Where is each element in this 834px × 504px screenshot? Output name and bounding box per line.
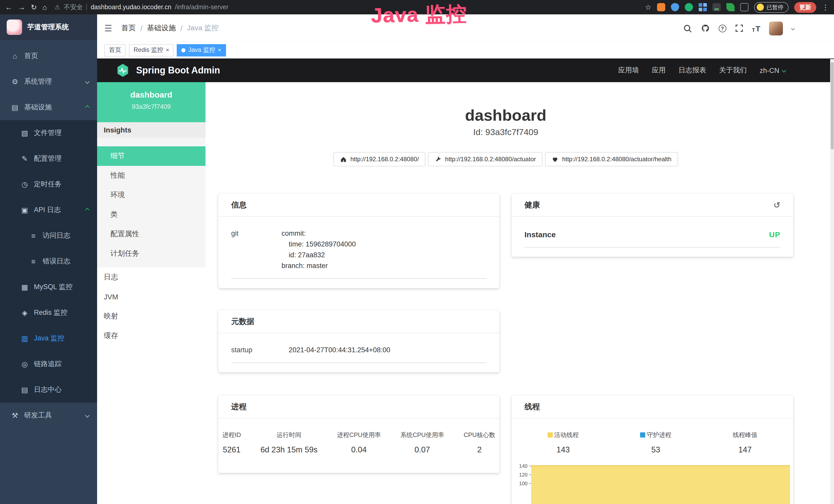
sidebar-item-log-center[interactable]: ▤ 日志中心	[0, 377, 97, 403]
sba-main: dashboard Id: 93a3fc7f7409 http://192.16…	[205, 82, 834, 504]
scrollbar-thumb[interactable]	[831, 62, 834, 150]
instance-links: http://192.168.0.2:48080/ http://192.168…	[218, 152, 793, 166]
address-bar[interactable]: ⚠ 不安全 dashboard.yudao.iocoder.cn/infra/a…	[54, 3, 637, 12]
sba-item-classes[interactable]: 类	[97, 205, 205, 224]
browser-menu-icon[interactable]: ⋮	[822, 3, 829, 11]
y-tick-label: 100	[519, 481, 528, 486]
github-icon[interactable]	[700, 24, 710, 33]
browser-home-icon[interactable]: ⌂	[42, 4, 47, 11]
sidebar-item-redis-monitor[interactable]: ◈ Redis 监控	[0, 300, 97, 325]
sidebar-item-java-monitor[interactable]: ▥ Java 监控	[0, 325, 97, 351]
extension-green-circle-icon[interactable]	[685, 3, 693, 11]
chevron-down-icon	[85, 413, 90, 418]
close-icon[interactable]: ×	[218, 47, 221, 53]
tab-label: Java 监控	[188, 46, 215, 54]
sba-sidebar: dashboard 93a3fc7f7409 Insights 细节 性能 环境…	[97, 82, 205, 504]
sba-item-environment[interactable]: 环境	[97, 185, 205, 205]
browser-forward-icon[interactable]: →	[18, 4, 25, 11]
sidebar-item-dev-tools[interactable]: ⚒ 研发工具	[0, 403, 97, 428]
font-size-icon[interactable]: T T	[752, 24, 760, 32]
extension-drop-icon[interactable]	[671, 3, 679, 11]
browser-profile-chip[interactable]: 已暂停	[754, 2, 789, 13]
sba-item-mappings[interactable]: 映射	[97, 306, 205, 326]
extension-leaf-icon[interactable]	[726, 3, 734, 11]
sba-item-performance[interactable]: 性能	[97, 166, 205, 185]
extension-orange-icon[interactable]	[657, 3, 665, 11]
user-avatar[interactable]	[769, 21, 783, 35]
legend-value: 147	[733, 445, 758, 455]
instance-label: Instance	[525, 230, 556, 239]
locale-selector[interactable]: zh-CN	[760, 67, 786, 74]
nav-journal[interactable]: 日志报表	[678, 66, 706, 75]
sba-instance-header[interactable]: dashboard 93a3fc7f7409	[97, 82, 205, 122]
bookmark-star-icon[interactable]: ☆	[645, 3, 651, 11]
sidebar-item-scheduled-jobs[interactable]: ◷ 定时任务	[0, 171, 97, 197]
extension-grid-icon[interactable]	[699, 3, 707, 11]
extensions-puzzle-icon[interactable]	[740, 3, 748, 11]
cards-row-2: 元数据 startup 2021-04-27T00:44:31.254+08:0…	[218, 310, 793, 372]
sidebar-item-access-log[interactable]: ≡ 访问日志	[0, 223, 97, 249]
sidebar-item-mysql-monitor[interactable]: ▦ MySQL 监控	[0, 274, 97, 300]
document-icon: ≡	[29, 232, 38, 240]
sba-item-details[interactable]: 细节	[97, 146, 205, 166]
sidebar-item-label: 基础设施	[24, 103, 81, 112]
card-title: 信息	[231, 200, 247, 210]
sidebar-item-label: 系统管理	[24, 77, 81, 86]
legend-label: 线程峰值	[733, 431, 758, 439]
app-logo[interactable]: 芋道管理系统	[0, 15, 97, 40]
sidebar-item-tracing[interactable]: ◎ 链路追踪	[0, 351, 97, 377]
sidebar-item-system[interactable]: ⚙ 系统管理	[0, 69, 97, 94]
sba-brand-title[interactable]: Spring Boot Admin	[136, 65, 220, 76]
health-url-link[interactable]: http://192.168.0.2:48080/actuator/health	[545, 152, 678, 166]
browser-back-icon[interactable]: ←	[5, 4, 12, 11]
tab-home[interactable]: 首页	[104, 44, 126, 56]
sidebar-item-config-manage[interactable]: ✎ 配置管理	[0, 146, 97, 171]
fullscreen-icon[interactable]	[735, 24, 743, 32]
sidebar-item-file-manage[interactable]: ▧ 文件管理	[0, 120, 97, 146]
breadcrumb-home[interactable]: 首页	[122, 24, 136, 33]
sba-item-caches[interactable]: 缓存	[97, 326, 205, 346]
sidebar-item-infra[interactable]: ▤ 基础设施	[0, 94, 97, 120]
sba-item-configprops[interactable]: 配置属性	[97, 224, 205, 244]
git-info-row: git commit: time: 1596289704000 id: 27aa…	[231, 222, 486, 279]
sidebar-item-home[interactable]: ⌂ 首页	[0, 43, 97, 69]
sidebar-item-error-log[interactable]: ≡ 错误日志	[0, 249, 97, 274]
tab-redis-monitor[interactable]: Redis 监控 ×	[129, 44, 174, 56]
sidebar-item-label: 文件管理	[34, 129, 89, 138]
legend-label: 活动线程	[547, 431, 579, 439]
sba-item-scheduled-tasks[interactable]: 计划任务	[97, 244, 205, 264]
nav-about[interactable]: 关于我们	[719, 66, 747, 75]
sba-item-jvm[interactable]: JVM	[97, 287, 205, 306]
sba-nav: 应用墙 应用 日志报表 关于我们 zh-CN	[618, 66, 786, 75]
history-icon[interactable]: ↺	[773, 200, 780, 210]
breadcrumb-infra[interactable]: 基础设施	[147, 24, 176, 33]
insights-group: 细节 性能 环境 类 配置属性 计划任务	[97, 138, 205, 268]
tab-java-monitor[interactable]: Java 监控 ×	[177, 44, 226, 56]
metadata-card: 元数据 startup 2021-04-27T00:44:31.254+08:0…	[218, 310, 499, 372]
avatar-caret-icon[interactable]	[791, 26, 795, 30]
scrollbar[interactable]	[830, 59, 834, 504]
startup-label: startup	[231, 345, 289, 356]
sidebar-item-label: Java 监控	[34, 334, 89, 343]
browser-update-button[interactable]: 更新	[794, 2, 816, 13]
help-icon[interactable]: ?	[719, 24, 726, 32]
not-secure-label: 不安全	[64, 3, 83, 12]
hamburger-icon[interactable]: ☰	[104, 23, 112, 33]
sidebar-item-api-log[interactable]: ▣ API 日志	[0, 197, 97, 223]
nav-applications[interactable]: 应用	[652, 66, 665, 75]
browser-reload-icon[interactable]: ↻	[31, 4, 37, 11]
close-icon[interactable]: ×	[166, 47, 169, 53]
startup-row: startup 2021-04-27T00:44:31.254+08:00	[231, 338, 486, 363]
profile-paused-label: 已暂停	[766, 3, 784, 11]
extension-on-badge-icon[interactable]: on	[712, 3, 721, 11]
nav-wall[interactable]: 应用墙	[618, 66, 639, 75]
sidebar-item-label: Redis 监控	[34, 308, 89, 317]
sba-item-logs[interactable]: 日志	[97, 268, 205, 287]
chevron-down-icon	[782, 68, 786, 73]
search-icon[interactable]	[683, 24, 692, 32]
git-id-line: id: 27aa832	[282, 250, 356, 260]
startup-value: 2021-04-27T00:44:31.254+08:00	[289, 345, 390, 356]
actuator-url-link[interactable]: http://192.168.0.2:48080/actuator	[428, 152, 543, 166]
card-title: 健康	[525, 200, 540, 210]
service-url-link[interactable]: http://192.168.0.2:48080/	[333, 152, 425, 166]
